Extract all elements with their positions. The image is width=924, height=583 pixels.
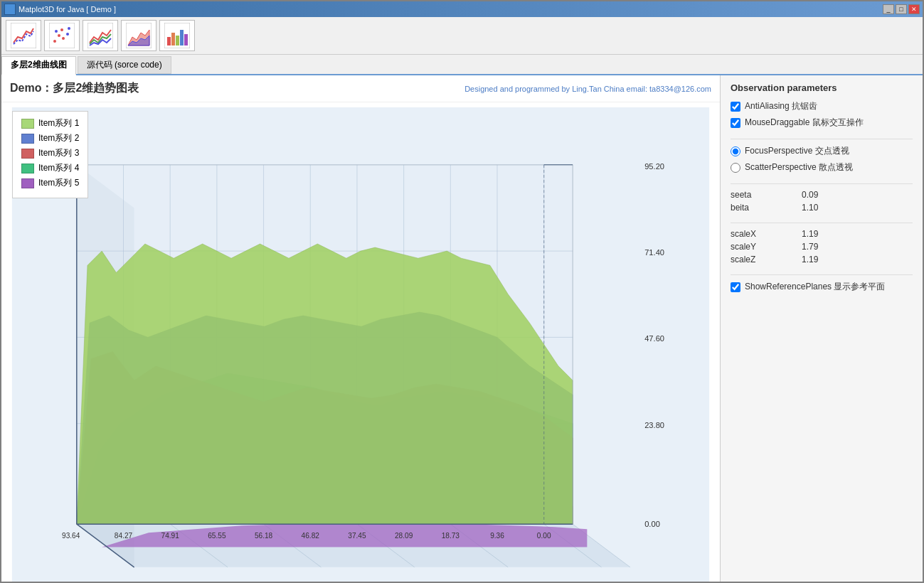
area-chart-button[interactable]: [121, 20, 156, 51]
seeta-beita-section: seeta 0.09 beita 1.10: [731, 190, 913, 213]
scalez-value: 1.19: [802, 255, 818, 264]
legend-color-3: [21, 149, 34, 159]
legend-label-3: Item系列 3: [38, 147, 79, 159]
tab-source[interactable]: 源代码 (sorce code): [78, 56, 171, 74]
svg-point-6: [66, 33, 69, 36]
svg-text:0.00: 0.00: [537, 532, 551, 540]
scatter-perspective-radio[interactable]: [731, 163, 740, 173]
tab-multilayer[interactable]: 多层2维曲线图: [1, 56, 76, 75]
reference-planes-section: ShowReferencePlanes 显示参考平面: [731, 281, 913, 293]
svg-point-5: [55, 30, 58, 33]
scatter-perspective-label: ScatterPerspective 散点透视: [745, 161, 853, 173]
title-bar: Matplot3D for Java [ Demo ] _ □ ✕: [1, 1, 923, 17]
line-chart-icon: [11, 23, 36, 48]
scaley-name: scaleY: [731, 242, 780, 252]
seeta-row: seeta 0.09: [731, 190, 913, 200]
mouse-draggable-row: MouseDraggable 鼠标交互操作: [731, 117, 913, 129]
chart-canvas[interactable]: 95.20 71.40 47.60 23.80 0.00 93.64 84.27…: [1, 107, 720, 582]
legend-color-5: [21, 178, 34, 188]
svg-point-2: [53, 40, 56, 43]
maximize-button[interactable]: □: [896, 4, 907, 14]
focus-perspective-label: FocusPerspective 交点透视: [745, 145, 849, 157]
chart-subtitle: Designed and programmed by Ling.Tan Chin…: [464, 85, 711, 93]
svg-text:37.45: 37.45: [348, 532, 366, 540]
bar-chart-icon: [164, 23, 190, 48]
scaley-value: 1.79: [802, 242, 818, 252]
tabs: 多层2维曲线图 源代码 (sorce code): [1, 55, 923, 75]
scale-section: scaleX 1.19 scaleY 1.79 scaleZ 1.19: [731, 229, 913, 264]
chart-header: Demo：多层2维趋势图表 Designed and programmed by…: [1, 75, 720, 102]
divider-2: [731, 183, 913, 184]
legend-item-3: Item系列 3: [21, 147, 79, 159]
legend-label-1: Item系列 1: [38, 117, 79, 129]
svg-text:9.36: 9.36: [490, 532, 504, 540]
svg-text:0.00: 0.00: [51, 581, 65, 582]
window-title: Matplot3D for Java [ Demo ]: [18, 5, 116, 14]
right-panel: Observation parameters AntiAliasing 抗锯齿 …: [720, 75, 923, 582]
svg-text:74.91: 74.91: [161, 532, 180, 540]
scalex-name: scaleX: [731, 229, 780, 239]
divider-3: [731, 223, 913, 223]
scalex-value: 1.19: [802, 229, 818, 239]
focus-perspective-radio[interactable]: [731, 146, 740, 156]
scatter-chart-icon: [49, 23, 75, 48]
panel-title: Observation parameters: [731, 82, 913, 93]
svg-text:56.18: 56.18: [255, 532, 273, 540]
checkboxes-section: AntiAliasing 抗锯齿 MouseDraggable 鼠标交互操作: [731, 100, 913, 129]
scaley-row: scaleY 1.79: [731, 242, 913, 252]
legend-item-4: Item系列 4: [21, 162, 79, 174]
legend-label-2: Item系列 2: [38, 132, 79, 144]
scatter-perspective-row: ScatterPerspective 散点透视: [731, 161, 913, 173]
legend-item-2: Item系列 2: [21, 132, 79, 144]
title-bar-controls: _ □ ✕: [883, 4, 920, 14]
svg-text:28.09: 28.09: [395, 532, 413, 540]
legend-color-1: [21, 119, 34, 129]
svg-rect-14: [167, 37, 171, 46]
line-chart-button[interactable]: [6, 20, 41, 51]
show-reference-planes-label: ShowReferencePlanes 显示参考平面: [745, 281, 885, 293]
svg-text:47.60: 47.60: [644, 334, 664, 343]
legend-color-2: [21, 134, 34, 144]
perspective-section: FocusPerspective 交点透视 ScatterPerspective…: [731, 145, 913, 173]
antialiasing-row: AntiAliasing 抗锯齿: [731, 100, 913, 112]
divider-1: [731, 139, 913, 139]
svg-text:71.40: 71.40: [644, 248, 664, 257]
divider-4: [731, 274, 913, 275]
beita-value: 1.10: [802, 203, 818, 213]
beita-row: beita 1.10: [731, 203, 913, 213]
seeta-name: seeta: [731, 190, 780, 200]
scalez-name: scaleZ: [731, 255, 780, 264]
antialiasing-label: AntiAliasing 抗锯齿: [745, 100, 817, 112]
svg-text:65.55: 65.55: [208, 532, 226, 540]
area-chart-icon: [126, 23, 152, 48]
svg-rect-18: [184, 34, 188, 46]
title-bar-left: Matplot3D for Java [ Demo ]: [4, 4, 116, 15]
svg-point-7: [68, 27, 70, 30]
chart-legend: Item系列 1 Item系列 2 Item系列 3 Item系列 4 Item…: [12, 111, 88, 198]
multi-line-button[interactable]: [83, 20, 118, 51]
minimize-button[interactable]: _: [883, 4, 894, 14]
scalez-row: scaleZ 1.19: [731, 255, 913, 264]
close-button[interactable]: ✕: [908, 4, 920, 14]
focus-perspective-row: FocusPerspective 交点透视: [731, 145, 913, 157]
show-reference-planes-checkbox[interactable]: [731, 282, 740, 292]
chart-svg: 95.20 71.40 47.60 23.80 0.00 93.64 84.27…: [1, 107, 720, 582]
svg-text:46.82: 46.82: [302, 532, 320, 540]
bar-chart-button[interactable]: [159, 20, 195, 51]
chart-area[interactable]: Demo：多层2维趋势图表 Designed and programmed by…: [1, 75, 720, 582]
legend-label-5: Item系列 5: [38, 177, 79, 189]
scatter-chart-button[interactable]: [44, 20, 80, 51]
beita-name: beita: [731, 203, 780, 213]
main-window: Matplot3D for Java [ Demo ] _ □ ✕: [0, 0, 924, 583]
antialiasing-checkbox[interactable]: [731, 102, 740, 112]
svg-text:95.20: 95.20: [644, 162, 664, 171]
mouse-draggable-checkbox[interactable]: [731, 118, 740, 128]
svg-point-3: [58, 34, 60, 37]
svg-text:0.00: 0.00: [644, 520, 660, 528]
multi-line-icon: [87, 23, 113, 48]
legend-item-5: Item系列 5: [21, 177, 79, 189]
svg-text:18.73: 18.73: [442, 532, 460, 540]
svg-text:84.27: 84.27: [115, 532, 133, 540]
svg-point-4: [62, 37, 65, 40]
scalex-row: scaleX 1.19: [731, 229, 913, 239]
